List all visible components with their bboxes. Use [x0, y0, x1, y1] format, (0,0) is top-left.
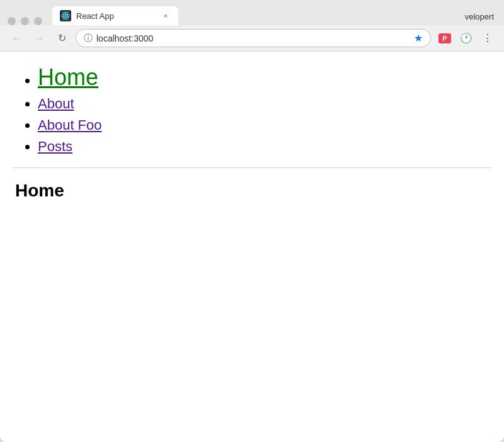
- browser-window: React App × velopert ← → ↻ ⓘ ★ 🕐: [0, 0, 504, 442]
- traffic-light-minimize[interactable]: [21, 17, 29, 25]
- traffic-lights: [8, 17, 42, 25]
- list-item: Posts: [38, 139, 491, 155]
- history-button[interactable]: 🕐: [457, 30, 475, 47]
- content-divider: [13, 167, 491, 168]
- pocket-icon: [438, 33, 451, 43]
- ellipsis-icon: ⋮: [483, 32, 493, 44]
- address-bar[interactable]: ⓘ ★: [76, 29, 431, 47]
- menu-button[interactable]: ⋮: [479, 30, 496, 47]
- svg-point-4: [65, 15, 67, 17]
- reload-button[interactable]: ↻: [53, 30, 71, 47]
- nav-list: Home About About Foo Posts: [13, 64, 491, 155]
- url-input[interactable]: [96, 33, 410, 43]
- browser-tab[interactable]: React App ×: [52, 6, 178, 25]
- list-item: Home: [38, 64, 491, 91]
- react-favicon-icon: [60, 10, 71, 21]
- nav-link-about[interactable]: About: [38, 96, 74, 111]
- page-content: Home About About Foo Posts Home: [0, 52, 504, 442]
- traffic-light-close[interactable]: [8, 17, 16, 25]
- traffic-light-maximize[interactable]: [34, 17, 42, 25]
- nav-link-posts[interactable]: Posts: [38, 139, 72, 154]
- bookmark-icon[interactable]: ★: [414, 32, 423, 44]
- profile-name: velopert: [465, 12, 496, 25]
- forward-button[interactable]: →: [30, 30, 48, 47]
- pocket-button[interactable]: [436, 30, 454, 47]
- page-heading: Home: [13, 181, 491, 201]
- info-icon: ⓘ: [84, 33, 93, 44]
- toolbar: ← → ↻ ⓘ ★ 🕐 ⋮: [0, 25, 504, 52]
- nav-link-about-foo[interactable]: About Foo: [38, 117, 102, 133]
- toolbar-right: 🕐 ⋮: [436, 30, 496, 47]
- clock-icon: 🕐: [460, 32, 472, 44]
- list-item: About Foo: [38, 117, 491, 133]
- list-item: About: [38, 96, 491, 112]
- tab-title: React App: [76, 11, 156, 21]
- tab-close-button[interactable]: ×: [161, 11, 171, 21]
- nav-link-home[interactable]: Home: [38, 64, 98, 90]
- title-bar: React App × velopert: [0, 0, 504, 25]
- back-button[interactable]: ←: [8, 30, 25, 47]
